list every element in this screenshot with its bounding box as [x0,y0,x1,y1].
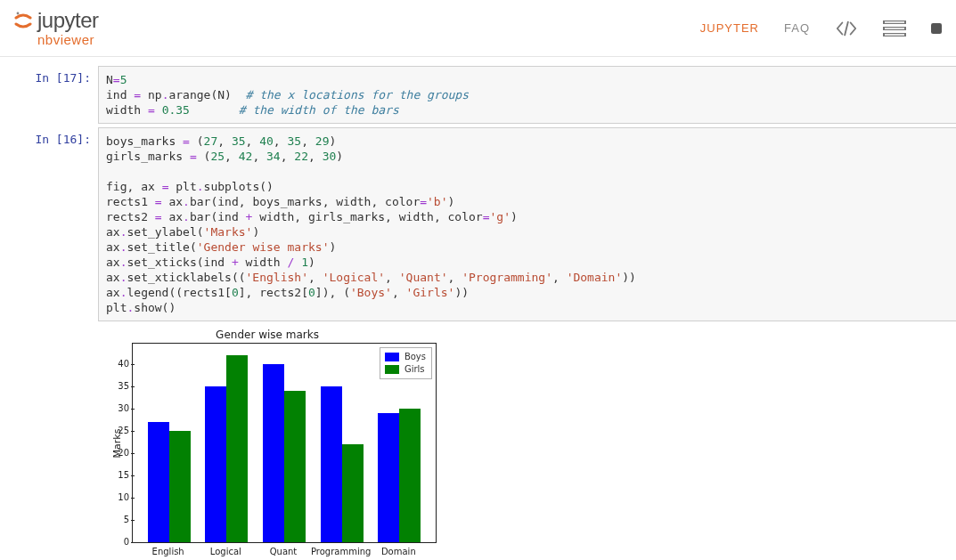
bar-girls [342,444,364,542]
svg-rect-6 [885,34,904,36]
svg-rect-7 [931,23,942,34]
bar-boys [378,413,399,542]
ytick: 40 [118,360,129,369]
bar-boys [205,386,226,542]
ytick: 35 [118,382,129,391]
bar-group [263,364,306,542]
code-cell-16: In [16]: boys_marks = (27, 35, 40, 35, 2… [0,127,956,321]
ytick: 0 [124,538,129,547]
nav-faq[interactable]: FAQ [784,21,810,35]
ytick: 30 [118,404,129,413]
bar-boys [148,422,169,542]
ytick: 20 [118,449,129,458]
code-input[interactable]: boys_marks = (27, 35, 40, 35, 29) girls_… [98,127,956,321]
ytick: 15 [118,471,129,480]
logo[interactable]: jupyter nbviewer [14,10,99,46]
chart-title: Gender wise marks [98,329,437,341]
ytick: 25 [118,426,129,435]
xlabel: English [152,547,184,556]
ytick: 10 [118,493,129,502]
logo-sub: nbviewer [37,33,99,46]
bar-girls [226,355,248,542]
xlabel: Logical [210,547,241,556]
chart-xlabels: EnglishLogicalQuantProgrammingDomain [132,547,437,560]
legend-row-boys: Boys [385,351,426,363]
lines-icon[interactable] [883,20,906,37]
partial-icon[interactable] [931,20,942,37]
xlabel: Programming [311,547,371,556]
bar-girls [169,431,191,542]
nav-jupyter[interactable]: JUPYTER [700,21,759,35]
legend-swatch-girls [385,365,399,374]
svg-rect-5 [885,28,904,29]
output-cell: Gender wise marks Marks 0510152025303540… [0,325,956,560]
bar-group [378,409,421,542]
notebook: In [17]: N=5 ind = np.arange(N) # the x … [0,57,956,560]
bar-boys [321,386,342,542]
bar-girls [284,391,306,542]
chart-plot: Marks 0510152025303540 Boys Girls [132,343,437,543]
nav: JUPYTER FAQ [700,20,942,37]
code-icon[interactable] [835,20,858,37]
bar-group [205,355,248,542]
chart-output: Gender wise marks Marks 0510152025303540… [98,325,956,560]
bar-group [148,422,191,542]
header: jupyter nbviewer JUPYTER FAQ [0,0,956,57]
chart: Gender wise marks Marks 0510152025303540… [98,329,437,560]
chart-legend: Boys Girls [380,347,432,379]
xlabel: Quant [270,547,298,556]
input-prompt: In [16]: [0,127,98,321]
xlabel: Domain [381,547,416,556]
output-prompt [0,325,98,560]
legend-label-boys: Boys [404,351,426,363]
svg-point-0 [17,12,20,15]
legend-label-girls: Girls [404,363,425,376]
ytick: 5 [124,515,129,524]
svg-rect-4 [885,21,904,23]
legend-swatch-boys [385,353,399,361]
bar-boys [263,364,284,542]
code-input[interactable]: N=5 ind = np.arange(N) # the x locations… [98,66,956,124]
logo-text: jupyter nbviewer [37,10,99,46]
chart-yticks: 0510152025303540 [108,344,129,542]
logo-main: jupyter [37,10,99,31]
input-prompt: In [17]: [0,66,98,124]
legend-row-girls: Girls [385,363,426,376]
code-cell-17: In [17]: N=5 ind = np.arange(N) # the x … [0,66,956,124]
jupyter-icon [14,12,32,33]
bar-girls [399,409,421,542]
bar-group [321,386,364,542]
